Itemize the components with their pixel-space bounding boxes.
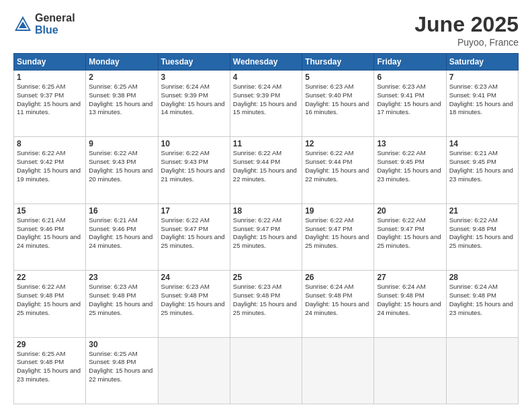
header: General Blue June 2025 Puyoo, France (13, 12, 519, 48)
day-info: Sunrise: 6:23 AM Sunset: 9:41 PM Dayligh… (449, 83, 515, 117)
day-number: 21 (449, 206, 515, 216)
table-row: 7 Sunrise: 6:23 AM Sunset: 9:41 PM Dayli… (446, 71, 518, 137)
page: General Blue June 2025 Puyoo, France Sun… (0, 0, 532, 411)
day-number: 7 (449, 73, 515, 82)
day-info: Sunrise: 6:21 AM Sunset: 9:46 PM Dayligh… (89, 216, 154, 250)
day-number: 2 (89, 73, 154, 82)
day-info: Sunrise: 6:22 AM Sunset: 9:48 PM Dayligh… (17, 283, 83, 317)
logo-blue: Blue (35, 24, 75, 36)
table-row: 13 Sunrise: 6:22 AM Sunset: 9:45 PM Dayl… (374, 137, 446, 203)
table-row: 11 Sunrise: 6:22 AM Sunset: 9:44 PM Dayl… (230, 137, 302, 203)
day-info: Sunrise: 6:22 AM Sunset: 9:42 PM Dayligh… (17, 149, 83, 183)
day-info: Sunrise: 6:25 AM Sunset: 9:37 PM Dayligh… (17, 83, 83, 117)
day-number: 13 (377, 139, 443, 148)
day-number: 17 (161, 206, 227, 216)
day-info: Sunrise: 6:22 AM Sunset: 9:47 PM Dayligh… (233, 216, 299, 250)
day-info: Sunrise: 6:22 AM Sunset: 9:43 PM Dayligh… (89, 149, 154, 183)
day-info: Sunrise: 6:24 AM Sunset: 9:48 PM Dayligh… (305, 283, 371, 317)
table-row: 14 Sunrise: 6:21 AM Sunset: 9:45 PM Dayl… (446, 137, 518, 203)
day-number: 11 (233, 139, 299, 148)
table-row: 18 Sunrise: 6:22 AM Sunset: 9:47 PM Dayl… (230, 203, 302, 270)
day-info: Sunrise: 6:22 AM Sunset: 9:47 PM Dayligh… (377, 216, 443, 250)
empty-cell (158, 337, 230, 404)
table-row: 21 Sunrise: 6:22 AM Sunset: 9:48 PM Dayl… (446, 203, 518, 270)
day-number: 15 (17, 206, 83, 216)
table-row: 29 Sunrise: 6:25 AM Sunset: 9:48 PM Dayl… (14, 337, 86, 404)
empty-cell (374, 337, 446, 404)
table-row: 10 Sunrise: 6:22 AM Sunset: 9:43 PM Dayl… (158, 137, 230, 203)
day-info: Sunrise: 6:22 AM Sunset: 9:48 PM Dayligh… (449, 216, 515, 250)
col-sunday: Sunday (14, 54, 86, 71)
col-wednesday: Wednesday (230, 54, 302, 71)
day-info: Sunrise: 6:22 AM Sunset: 9:43 PM Dayligh… (161, 149, 227, 183)
day-number: 19 (305, 206, 371, 216)
day-number: 30 (89, 340, 154, 349)
table-row: 1 Sunrise: 6:25 AM Sunset: 9:37 PM Dayli… (14, 71, 86, 137)
calendar-table: Sunday Monday Tuesday Wednesday Thursday… (13, 53, 519, 404)
table-row: 19 Sunrise: 6:22 AM Sunset: 9:47 PM Dayl… (302, 203, 374, 270)
day-number: 16 (89, 206, 154, 216)
table-row: 16 Sunrise: 6:21 AM Sunset: 9:46 PM Dayl… (86, 203, 158, 270)
day-number: 5 (305, 73, 371, 82)
day-info: Sunrise: 6:21 AM Sunset: 9:45 PM Dayligh… (449, 149, 515, 183)
day-number: 4 (233, 73, 299, 82)
table-row: 15 Sunrise: 6:21 AM Sunset: 9:46 PM Dayl… (14, 203, 86, 270)
day-info: Sunrise: 6:21 AM Sunset: 9:46 PM Dayligh… (17, 216, 83, 250)
empty-cell (302, 337, 374, 404)
calendar-week-row: 8 Sunrise: 6:22 AM Sunset: 9:42 PM Dayli… (14, 137, 519, 203)
table-row: 26 Sunrise: 6:24 AM Sunset: 9:48 PM Dayl… (302, 271, 374, 337)
table-row: 3 Sunrise: 6:24 AM Sunset: 9:39 PM Dayli… (158, 71, 230, 137)
day-number: 1 (17, 73, 83, 82)
table-row: 17 Sunrise: 6:22 AM Sunset: 9:47 PM Dayl… (158, 203, 230, 270)
day-info: Sunrise: 6:24 AM Sunset: 9:48 PM Dayligh… (449, 283, 515, 317)
table-row: 8 Sunrise: 6:22 AM Sunset: 9:42 PM Dayli… (14, 137, 86, 203)
day-number: 18 (233, 206, 299, 216)
day-number: 14 (449, 139, 515, 148)
day-number: 27 (377, 273, 443, 282)
day-info: Sunrise: 6:23 AM Sunset: 9:48 PM Dayligh… (233, 283, 299, 317)
table-row: 20 Sunrise: 6:22 AM Sunset: 9:47 PM Dayl… (374, 203, 446, 270)
table-row: 9 Sunrise: 6:22 AM Sunset: 9:43 PM Dayli… (86, 137, 158, 203)
table-row: 5 Sunrise: 6:23 AM Sunset: 9:40 PM Dayli… (302, 71, 374, 137)
day-info: Sunrise: 6:24 AM Sunset: 9:48 PM Dayligh… (377, 283, 443, 317)
day-number: 9 (89, 139, 154, 148)
col-monday: Monday (86, 54, 158, 71)
day-number: 8 (17, 139, 83, 148)
day-info: Sunrise: 6:22 AM Sunset: 9:44 PM Dayligh… (305, 149, 371, 183)
day-number: 10 (161, 139, 227, 148)
day-info: Sunrise: 6:25 AM Sunset: 9:48 PM Dayligh… (17, 350, 83, 384)
day-info: Sunrise: 6:23 AM Sunset: 9:48 PM Dayligh… (89, 283, 154, 317)
calendar-header-row: Sunday Monday Tuesday Wednesday Thursday… (14, 54, 519, 71)
day-number: 22 (17, 273, 83, 282)
table-row: 12 Sunrise: 6:22 AM Sunset: 9:44 PM Dayl… (302, 137, 374, 203)
day-info: Sunrise: 6:22 AM Sunset: 9:45 PM Dayligh… (377, 149, 443, 183)
day-info: Sunrise: 6:23 AM Sunset: 9:41 PM Dayligh… (377, 83, 443, 117)
day-number: 6 (377, 73, 443, 82)
col-thursday: Thursday (302, 54, 374, 71)
title-block: June 2025 Puyoo, France (414, 12, 519, 48)
table-row: 27 Sunrise: 6:24 AM Sunset: 9:48 PM Dayl… (374, 271, 446, 337)
day-number: 20 (377, 206, 443, 216)
table-row: 2 Sunrise: 6:25 AM Sunset: 9:38 PM Dayli… (86, 71, 158, 137)
table-row: 4 Sunrise: 6:24 AM Sunset: 9:39 PM Dayli… (230, 71, 302, 137)
calendar-week-row: 22 Sunrise: 6:22 AM Sunset: 9:48 PM Dayl… (14, 271, 519, 337)
calendar-week-row: 1 Sunrise: 6:25 AM Sunset: 9:37 PM Dayli… (14, 71, 519, 137)
day-info: Sunrise: 6:23 AM Sunset: 9:40 PM Dayligh… (305, 83, 371, 117)
calendar-week-row: 29 Sunrise: 6:25 AM Sunset: 9:48 PM Dayl… (14, 337, 519, 404)
day-number: 26 (305, 273, 371, 282)
calendar-week-row: 15 Sunrise: 6:21 AM Sunset: 9:46 PM Dayl… (14, 203, 519, 270)
day-info: Sunrise: 6:25 AM Sunset: 9:38 PM Dayligh… (89, 83, 154, 117)
table-row: 28 Sunrise: 6:24 AM Sunset: 9:48 PM Dayl… (446, 271, 518, 337)
day-number: 29 (17, 340, 83, 349)
empty-cell (446, 337, 518, 404)
day-number: 3 (161, 73, 227, 82)
month-title: June 2025 (414, 12, 519, 37)
day-info: Sunrise: 6:25 AM Sunset: 9:48 PM Dayligh… (89, 350, 154, 384)
day-number: 24 (161, 273, 227, 282)
table-row: 22 Sunrise: 6:22 AM Sunset: 9:48 PM Dayl… (14, 271, 86, 337)
location: Puyoo, France (414, 37, 519, 48)
day-number: 12 (305, 139, 371, 148)
col-saturday: Saturday (446, 54, 518, 71)
logo-icon (13, 15, 32, 34)
table-row: 25 Sunrise: 6:23 AM Sunset: 9:48 PM Dayl… (230, 271, 302, 337)
